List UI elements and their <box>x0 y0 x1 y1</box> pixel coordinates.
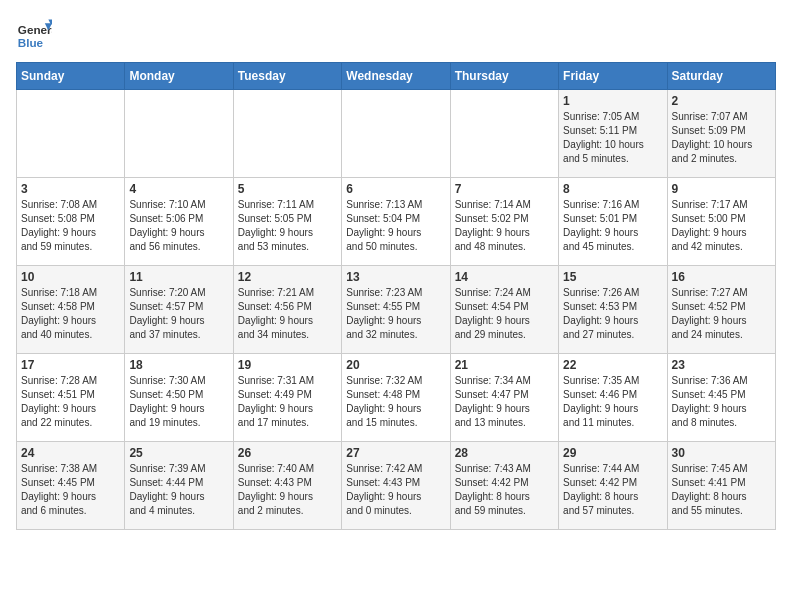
day-number: 4 <box>129 182 228 196</box>
weekday-header-row: SundayMondayTuesdayWednesdayThursdayFrid… <box>17 63 776 90</box>
day-info: Sunrise: 7:14 AM Sunset: 5:02 PM Dayligh… <box>455 198 554 254</box>
calendar-day-cell <box>125 90 233 178</box>
calendar-day-cell: 1Sunrise: 7:05 AM Sunset: 5:11 PM Daylig… <box>559 90 667 178</box>
calendar-day-cell: 2Sunrise: 7:07 AM Sunset: 5:09 PM Daylig… <box>667 90 775 178</box>
calendar-week-row: 24Sunrise: 7:38 AM Sunset: 4:45 PM Dayli… <box>17 442 776 530</box>
calendar-day-cell: 15Sunrise: 7:26 AM Sunset: 4:53 PM Dayli… <box>559 266 667 354</box>
calendar-day-cell: 24Sunrise: 7:38 AM Sunset: 4:45 PM Dayli… <box>17 442 125 530</box>
day-info: Sunrise: 7:13 AM Sunset: 5:04 PM Dayligh… <box>346 198 445 254</box>
calendar-day-cell: 7Sunrise: 7:14 AM Sunset: 5:02 PM Daylig… <box>450 178 558 266</box>
day-number: 17 <box>21 358 120 372</box>
day-number: 24 <box>21 446 120 460</box>
calendar-day-cell: 11Sunrise: 7:20 AM Sunset: 4:57 PM Dayli… <box>125 266 233 354</box>
day-info: Sunrise: 7:17 AM Sunset: 5:00 PM Dayligh… <box>672 198 771 254</box>
day-info: Sunrise: 7:28 AM Sunset: 4:51 PM Dayligh… <box>21 374 120 430</box>
day-number: 9 <box>672 182 771 196</box>
calendar-day-cell <box>450 90 558 178</box>
day-number: 20 <box>346 358 445 372</box>
weekday-header-cell: Monday <box>125 63 233 90</box>
day-number: 27 <box>346 446 445 460</box>
calendar-week-row: 1Sunrise: 7:05 AM Sunset: 5:11 PM Daylig… <box>17 90 776 178</box>
weekday-header-cell: Thursday <box>450 63 558 90</box>
weekday-header-cell: Friday <box>559 63 667 90</box>
calendar-day-cell: 19Sunrise: 7:31 AM Sunset: 4:49 PM Dayli… <box>233 354 341 442</box>
calendar-day-cell: 26Sunrise: 7:40 AM Sunset: 4:43 PM Dayli… <box>233 442 341 530</box>
calendar-day-cell <box>342 90 450 178</box>
calendar-day-cell <box>233 90 341 178</box>
calendar-day-cell: 27Sunrise: 7:42 AM Sunset: 4:43 PM Dayli… <box>342 442 450 530</box>
day-number: 16 <box>672 270 771 284</box>
day-info: Sunrise: 7:18 AM Sunset: 4:58 PM Dayligh… <box>21 286 120 342</box>
day-number: 29 <box>563 446 662 460</box>
day-number: 30 <box>672 446 771 460</box>
day-info: Sunrise: 7:08 AM Sunset: 5:08 PM Dayligh… <box>21 198 120 254</box>
day-info: Sunrise: 7:39 AM Sunset: 4:44 PM Dayligh… <box>129 462 228 518</box>
day-number: 14 <box>455 270 554 284</box>
calendar-day-cell: 5Sunrise: 7:11 AM Sunset: 5:05 PM Daylig… <box>233 178 341 266</box>
day-info: Sunrise: 7:16 AM Sunset: 5:01 PM Dayligh… <box>563 198 662 254</box>
calendar-day-cell: 30Sunrise: 7:45 AM Sunset: 4:41 PM Dayli… <box>667 442 775 530</box>
day-number: 18 <box>129 358 228 372</box>
calendar-week-row: 10Sunrise: 7:18 AM Sunset: 4:58 PM Dayli… <box>17 266 776 354</box>
day-number: 25 <box>129 446 228 460</box>
weekday-header-cell: Wednesday <box>342 63 450 90</box>
day-info: Sunrise: 7:05 AM Sunset: 5:11 PM Dayligh… <box>563 110 662 166</box>
day-info: Sunrise: 7:35 AM Sunset: 4:46 PM Dayligh… <box>563 374 662 430</box>
day-number: 8 <box>563 182 662 196</box>
logo-icon: General Blue <box>16 16 52 52</box>
day-info: Sunrise: 7:45 AM Sunset: 4:41 PM Dayligh… <box>672 462 771 518</box>
calendar-day-cell: 28Sunrise: 7:43 AM Sunset: 4:42 PM Dayli… <box>450 442 558 530</box>
day-info: Sunrise: 7:21 AM Sunset: 4:56 PM Dayligh… <box>238 286 337 342</box>
logo: General Blue <box>16 16 52 52</box>
day-number: 21 <box>455 358 554 372</box>
calendar-day-cell: 10Sunrise: 7:18 AM Sunset: 4:58 PM Dayli… <box>17 266 125 354</box>
day-info: Sunrise: 7:44 AM Sunset: 4:42 PM Dayligh… <box>563 462 662 518</box>
calendar-body: 1Sunrise: 7:05 AM Sunset: 5:11 PM Daylig… <box>17 90 776 530</box>
day-info: Sunrise: 7:38 AM Sunset: 4:45 PM Dayligh… <box>21 462 120 518</box>
calendar-day-cell: 29Sunrise: 7:44 AM Sunset: 4:42 PM Dayli… <box>559 442 667 530</box>
calendar-day-cell: 14Sunrise: 7:24 AM Sunset: 4:54 PM Dayli… <box>450 266 558 354</box>
calendar-day-cell: 17Sunrise: 7:28 AM Sunset: 4:51 PM Dayli… <box>17 354 125 442</box>
calendar-day-cell: 23Sunrise: 7:36 AM Sunset: 4:45 PM Dayli… <box>667 354 775 442</box>
calendar-day-cell: 3Sunrise: 7:08 AM Sunset: 5:08 PM Daylig… <box>17 178 125 266</box>
calendar-week-row: 3Sunrise: 7:08 AM Sunset: 5:08 PM Daylig… <box>17 178 776 266</box>
day-number: 1 <box>563 94 662 108</box>
day-number: 26 <box>238 446 337 460</box>
day-info: Sunrise: 7:30 AM Sunset: 4:50 PM Dayligh… <box>129 374 228 430</box>
day-info: Sunrise: 7:43 AM Sunset: 4:42 PM Dayligh… <box>455 462 554 518</box>
day-info: Sunrise: 7:36 AM Sunset: 4:45 PM Dayligh… <box>672 374 771 430</box>
day-number: 3 <box>21 182 120 196</box>
day-info: Sunrise: 7:40 AM Sunset: 4:43 PM Dayligh… <box>238 462 337 518</box>
page-header: General Blue <box>16 16 776 52</box>
day-info: Sunrise: 7:26 AM Sunset: 4:53 PM Dayligh… <box>563 286 662 342</box>
day-info: Sunrise: 7:10 AM Sunset: 5:06 PM Dayligh… <box>129 198 228 254</box>
calendar-day-cell: 6Sunrise: 7:13 AM Sunset: 5:04 PM Daylig… <box>342 178 450 266</box>
day-number: 23 <box>672 358 771 372</box>
calendar-table: SundayMondayTuesdayWednesdayThursdayFrid… <box>16 62 776 530</box>
calendar-day-cell: 9Sunrise: 7:17 AM Sunset: 5:00 PM Daylig… <box>667 178 775 266</box>
calendar-day-cell: 25Sunrise: 7:39 AM Sunset: 4:44 PM Dayli… <box>125 442 233 530</box>
day-info: Sunrise: 7:34 AM Sunset: 4:47 PM Dayligh… <box>455 374 554 430</box>
calendar-week-row: 17Sunrise: 7:28 AM Sunset: 4:51 PM Dayli… <box>17 354 776 442</box>
day-info: Sunrise: 7:07 AM Sunset: 5:09 PM Dayligh… <box>672 110 771 166</box>
day-number: 11 <box>129 270 228 284</box>
weekday-header-cell: Tuesday <box>233 63 341 90</box>
day-number: 2 <box>672 94 771 108</box>
day-info: Sunrise: 7:11 AM Sunset: 5:05 PM Dayligh… <box>238 198 337 254</box>
calendar-day-cell: 22Sunrise: 7:35 AM Sunset: 4:46 PM Dayli… <box>559 354 667 442</box>
calendar-day-cell: 18Sunrise: 7:30 AM Sunset: 4:50 PM Dayli… <box>125 354 233 442</box>
weekday-header-cell: Sunday <box>17 63 125 90</box>
day-number: 6 <box>346 182 445 196</box>
day-number: 15 <box>563 270 662 284</box>
day-number: 22 <box>563 358 662 372</box>
day-info: Sunrise: 7:32 AM Sunset: 4:48 PM Dayligh… <box>346 374 445 430</box>
day-number: 7 <box>455 182 554 196</box>
day-number: 13 <box>346 270 445 284</box>
day-info: Sunrise: 7:23 AM Sunset: 4:55 PM Dayligh… <box>346 286 445 342</box>
day-number: 5 <box>238 182 337 196</box>
calendar-day-cell: 20Sunrise: 7:32 AM Sunset: 4:48 PM Dayli… <box>342 354 450 442</box>
day-info: Sunrise: 7:20 AM Sunset: 4:57 PM Dayligh… <box>129 286 228 342</box>
calendar-day-cell: 8Sunrise: 7:16 AM Sunset: 5:01 PM Daylig… <box>559 178 667 266</box>
weekday-header-cell: Saturday <box>667 63 775 90</box>
day-info: Sunrise: 7:31 AM Sunset: 4:49 PM Dayligh… <box>238 374 337 430</box>
